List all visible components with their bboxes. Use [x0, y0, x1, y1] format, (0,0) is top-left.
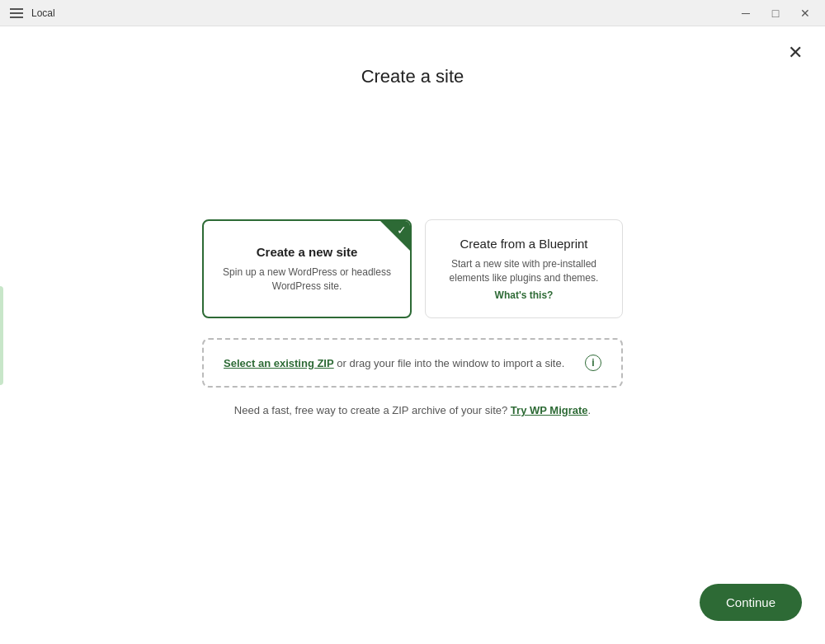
select-zip-link[interactable]: Select an existing ZIP: [224, 357, 334, 369]
app-title: Local: [31, 7, 55, 19]
zip-drop-zone[interactable]: Select an existing ZIP or drag your file…: [202, 338, 623, 388]
blueprint-card-description: Start a new site with pre-installed elem…: [442, 257, 606, 285]
main-content: ✕ Create a site ✓ Create a new site Spin…: [0, 26, 825, 644]
try-wp-migrate-link[interactable]: Try WP Migrate: [511, 404, 588, 416]
maximize-button[interactable]: □: [762, 3, 789, 23]
left-accent-bar: [0, 286, 3, 385]
title-bar-left: Local: [10, 7, 55, 19]
new-site-card-description: Spin up a new WordPress or headless Word…: [220, 266, 394, 294]
checkmark-icon: ✓: [397, 224, 407, 236]
new-site-card-title: Create a new site: [257, 245, 358, 259]
migrate-note-suffix: .: [588, 404, 592, 416]
minimize-button[interactable]: ─: [733, 3, 759, 23]
page-title: Create a site: [361, 66, 464, 87]
title-bar: Local ─ □ ✕: [0, 0, 825, 26]
site-type-cards: ✓ Create a new site Spin up a new WordPr…: [202, 219, 623, 318]
hamburger-icon[interactable]: [10, 8, 23, 18]
zip-drop-text: Select an existing ZIP or drag your file…: [224, 357, 564, 369]
zip-import-section: Select an existing ZIP or drag your file…: [202, 338, 623, 388]
migrate-note: Need a fast, free way to create a ZIP ar…: [234, 404, 591, 416]
window-controls: ─ □ ✕: [733, 3, 818, 23]
blueprint-whats-this-link[interactable]: What's this?: [495, 289, 554, 301]
window-close-button[interactable]: ✕: [792, 3, 818, 23]
continue-button-wrapper: Continue: [700, 584, 802, 621]
zip-drop-suffix: or drag your file into the window to imp…: [334, 357, 565, 369]
close-modal-button[interactable]: ✕: [782, 40, 808, 66]
create-new-site-card[interactable]: ✓ Create a new site Spin up a new WordPr…: [202, 219, 412, 318]
migrate-note-text: Need a fast, free way to create a ZIP ar…: [234, 404, 511, 416]
continue-button[interactable]: Continue: [700, 584, 802, 621]
selected-badge: ✓: [380, 221, 410, 251]
blueprint-card-title: Create from a Blueprint: [460, 237, 587, 251]
info-icon[interactable]: i: [585, 355, 601, 371]
create-blueprint-card[interactable]: Create from a Blueprint Start a new site…: [425, 219, 623, 318]
